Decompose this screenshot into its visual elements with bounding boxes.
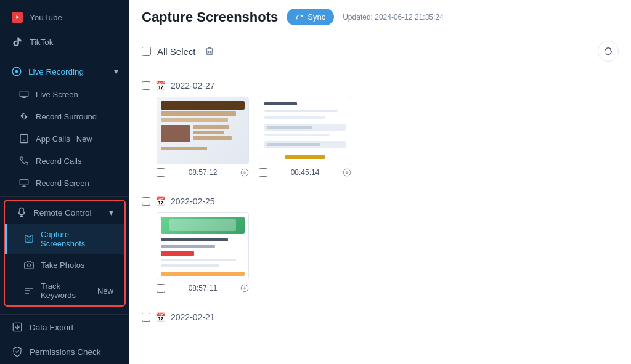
- calendar-icon-2: 📅: [155, 196, 166, 206]
- content-area: 📅 2022-02-27: [129, 68, 631, 364]
- all-select-checkbox[interactable]: [142, 47, 151, 56]
- screenshot-thumb-3[interactable]: [157, 212, 249, 280]
- youtube-icon: [11, 11, 23, 23]
- date-text-3: 2022-02-21: [171, 312, 215, 322]
- date-header-3: 📅 2022-02-21: [142, 306, 619, 328]
- sidebar-item-record-surround[interactable]: Record Surround: [0, 105, 129, 127]
- screenshot-2-checkbox[interactable]: [259, 168, 267, 177]
- updated-text: Updated: 2024-06-12 21:35:24: [343, 13, 443, 22]
- record-surround-icon: [18, 111, 30, 122]
- main-content: Capture Screenshots Sync Updated: 2024-0…: [129, 0, 631, 364]
- sidebar-section-recording[interactable]: Live Recording ▾: [0, 60, 129, 83]
- date-text-1: 2022-02-27: [171, 81, 215, 91]
- screenshots-row-2: 08:57:11: [142, 212, 619, 294]
- take-photos-icon: [23, 259, 35, 270]
- sidebar-track-keywords-label: Track Keywords: [41, 281, 91, 300]
- screenshot-3-download[interactable]: [240, 284, 249, 293]
- sidebar-item-youtube[interactable]: YouTube: [0, 5, 129, 30]
- track-keywords-badge: New: [97, 286, 113, 296]
- sidebar-take-photos-label: Take Photos: [41, 261, 85, 270]
- sidebar-item-take-photos[interactable]: Take Photos: [5, 254, 124, 276]
- sidebar-record-surround-label: Record Surround: [36, 112, 97, 121]
- calendar-icon-3: 📅: [155, 312, 166, 322]
- live-recording-icon: [11, 66, 22, 77]
- sync-button[interactable]: Sync: [287, 9, 334, 25]
- screenshot-1-checkbox[interactable]: [157, 168, 165, 177]
- tiktok-icon: [11, 36, 23, 48]
- screenshot-thumb-2[interactable]: [259, 97, 351, 164]
- track-keywords-icon: [23, 285, 35, 296]
- screenshot-3-time: 08:57:11: [189, 284, 218, 293]
- divider-2: [0, 196, 129, 197]
- screenshot-1-time: 08:57:12: [189, 168, 218, 177]
- main-header: Capture Screenshots Sync Updated: 2024-0…: [129, 0, 631, 34]
- date-group-1-checkbox[interactable]: [142, 81, 150, 90]
- sidebar-item-record-calls[interactable]: Record Calls: [0, 150, 129, 172]
- sidebar-app-calls-label: App Calls: [36, 134, 70, 144]
- sidebar-item-app-calls[interactable]: App Calls New: [0, 127, 129, 150]
- sidebar-item-tiktok[interactable]: TikTok: [0, 30, 129, 54]
- recording-chevron: ▾: [114, 67, 118, 76]
- data-export-icon: [11, 321, 23, 333]
- sidebar-remote-label: Remote Control: [33, 208, 97, 217]
- screenshot-thumb-1[interactable]: [157, 97, 249, 164]
- sidebar-item-track-keywords[interactable]: Track Keywords New: [5, 276, 124, 305]
- sidebar-top: YouTube TikTok Live Recording ▾: [0, 0, 129, 314]
- sidebar-item-record-screen[interactable]: Record Screen: [0, 172, 129, 194]
- date-text-2: 2022-02-25: [171, 196, 215, 206]
- svg-rect-3: [20, 91, 28, 97]
- sidebar-item-youtube-label: YouTube: [30, 13, 118, 22]
- svg-point-6: [22, 115, 25, 118]
- date-group-2: 📅 2022-02-25: [142, 190, 619, 294]
- main-toolbar: All Select: [129, 34, 631, 68]
- sidebar-item-live-screen[interactable]: Live Screen: [0, 83, 129, 105]
- screenshot-card-2: 08:45:14: [259, 97, 351, 178]
- sidebar-live-screen-label: Live Screen: [36, 90, 78, 99]
- screenshot-footer-2: 08:45:14: [259, 167, 351, 178]
- screenshot-card-3: 08:57:11: [157, 212, 249, 294]
- screenshot-1-download[interactable]: [240, 168, 249, 177]
- screenshot-3-checkbox[interactable]: [157, 284, 165, 293]
- all-select-label: All Select: [157, 46, 196, 57]
- calendar-icon-1: 📅: [155, 81, 166, 91]
- remote-control-section: Remote Control ▾ Capture Screenshots: [4, 200, 126, 307]
- refresh-icon: [603, 46, 613, 56]
- remote-control-icon: [16, 207, 27, 218]
- all-select-area: All Select: [142, 44, 217, 59]
- refresh-button[interactable]: [598, 41, 619, 62]
- remote-chevron: ▾: [109, 208, 113, 217]
- svg-rect-10: [20, 208, 23, 215]
- svg-rect-9: [20, 179, 28, 185]
- screenshots-row-1: 08:57:12: [142, 97, 619, 178]
- delete-button[interactable]: [202, 44, 217, 59]
- sidebar-record-screen-label: Record Screen: [36, 179, 89, 188]
- sidebar-item-tiktok-label: TikTok: [30, 38, 118, 47]
- svg-point-8: [23, 140, 25, 141]
- sidebar-recording-label: Live Recording: [28, 67, 102, 76]
- divider-1: [0, 57, 129, 57]
- date-header-2: 📅 2022-02-25: [142, 190, 619, 212]
- sidebar-item-data-export[interactable]: Data Export: [0, 315, 129, 339]
- svg-rect-7: [20, 134, 28, 142]
- svg-point-13: [28, 238, 30, 240]
- date-group-3-checkbox[interactable]: [142, 313, 150, 322]
- date-group-1: 📅 2022-02-27: [142, 75, 619, 178]
- sidebar-item-capture-screenshots[interactable]: Capture Screenshots: [5, 224, 124, 254]
- capture-screenshots-icon: [23, 233, 35, 245]
- screenshot-2-download[interactable]: [343, 168, 351, 177]
- date-header-1: 📅 2022-02-27: [142, 75, 619, 97]
- record-calls-icon: [18, 155, 30, 166]
- sidebar-data-export-label: Data Export: [30, 323, 118, 332]
- svg-point-14: [27, 264, 30, 267]
- record-screen-icon: [18, 177, 30, 188]
- sync-icon: [295, 13, 304, 22]
- sidebar-permissions-label: Permissions Check: [30, 347, 118, 357]
- sidebar-section-remote[interactable]: Remote Control ▾: [5, 201, 124, 224]
- screenshot-2-time: 08:45:14: [291, 168, 320, 177]
- screenshot-footer-1: 08:57:12: [157, 167, 249, 178]
- sidebar-item-permissions-check[interactable]: Permissions Check: [0, 339, 129, 364]
- trash-icon: [205, 46, 214, 56]
- page-title: Capture Screenshots: [142, 9, 278, 25]
- live-screen-icon: [18, 89, 30, 100]
- date-group-2-checkbox[interactable]: [142, 197, 150, 206]
